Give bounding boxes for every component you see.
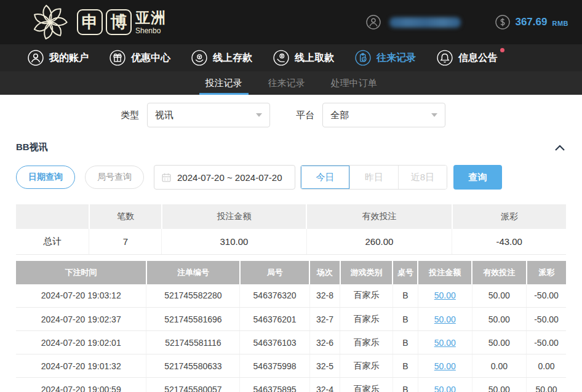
bet-amount-link[interactable]: 50.00 <box>434 361 456 371</box>
summary-valid-bet: 260.00 <box>306 229 452 254</box>
bet-amount-link[interactable]: 50.00 <box>434 338 456 348</box>
cell-bet-amount: 50.00 <box>418 354 472 378</box>
logo-char-shen: 申 <box>77 9 103 35</box>
username-blurred[interactable] <box>389 17 461 28</box>
collapse-section-button[interactable] <box>554 144 566 151</box>
nav-item-my-account[interactable]: 我的账户 <box>28 50 89 66</box>
cell-round-no: 546376103 <box>240 331 310 354</box>
summary-header-row: 笔数 投注金额 有效投注 派彩 <box>16 204 566 229</box>
nav-item-announcements[interactable]: 信息公告 <box>437 50 498 66</box>
yesterday-button[interactable]: 昨日 <box>349 166 398 189</box>
bet-records-table: 下注时间 注单编号 局号 场次 游戏类别 桌号 投注金额 有效投注 派彩 202… <box>16 261 566 392</box>
platform-filter-label: 平台 <box>296 110 314 121</box>
header-valid-bet: 有效投注 <box>472 261 527 284</box>
header-bet-time: 下注时间 <box>16 261 146 284</box>
search-button[interactable]: 查询 <box>453 165 502 190</box>
logo-region-text: 亚洲 <box>135 10 166 25</box>
round-query-button[interactable]: 局号查询 <box>85 166 144 189</box>
summary-table: 笔数 投注金额 有效投注 派彩 总计 7 310.00 260.00 -43.0… <box>16 204 566 255</box>
summary-header-blank <box>16 204 89 229</box>
today-button[interactable]: 今日 <box>301 166 349 189</box>
date-range-value: 2024-07-20 ~ 2024-07-20 <box>177 172 282 183</box>
cell-session: 32-4 <box>309 378 340 392</box>
cell-table-no: B <box>393 308 418 331</box>
calendar-icon <box>161 172 172 183</box>
cell-bet-amount: 50.00 <box>418 284 472 308</box>
cell-session: 32-6 <box>309 331 340 354</box>
date-range-input[interactable]: 2024-07-20 ~ 2024-07-20 <box>154 165 295 190</box>
nav-item-promotions[interactable]: 优惠中心 <box>110 50 170 66</box>
cell-round-no: 546376320 <box>240 284 310 308</box>
table-row: 2024-07-20 19:02:37521745581696546376201… <box>16 308 566 331</box>
tab-bet-records[interactable]: 投注记录 <box>199 71 249 95</box>
logo-char-bo: 博 <box>106 9 132 35</box>
summary-header-count: 笔数 <box>89 204 162 229</box>
cell-valid-bet: 50.00 <box>472 284 527 308</box>
header-round-no: 局号 <box>240 261 310 284</box>
chevron-down-icon <box>256 113 262 117</box>
nav-item-withdraw[interactable]: 线上取款 <box>273 50 334 66</box>
tab-processing-orders[interactable]: 处理中订单 <box>325 71 383 95</box>
filter-row: 类型 视讯 平台 全部 <box>121 103 582 127</box>
main-nav: 我的账户 优惠中心 线上存款 线上取款 往来记录 <box>0 44 582 71</box>
cell-session: 32-5 <box>309 354 340 378</box>
cell-round-no: 546375895 <box>240 378 310 392</box>
summary-header-bet-amount: 投注金额 <box>162 204 306 229</box>
nav-item-deposit[interactable]: 线上存款 <box>191 50 252 66</box>
header-session: 场次 <box>309 261 340 284</box>
cell-bet-time: 2024-07-20 19:02:37 <box>16 308 146 331</box>
cell-game-type: 百家乐 <box>340 354 393 378</box>
top-header: 申 博 亚洲 Shenbo 367.69 RMB <box>0 0 582 44</box>
cell-game-type: 百家乐 <box>340 331 393 354</box>
table-header-row: 下注时间 注单编号 局号 场次 游戏类别 桌号 投注金额 有效投注 派彩 <box>16 261 566 284</box>
platform-select-value: 全部 <box>330 110 349 121</box>
sub-tabs: 投注记录 往来记录 处理中订单 <box>0 71 582 95</box>
dollar-coin-icon <box>495 15 510 30</box>
cell-payout: -50.00 <box>527 284 566 308</box>
quick-date-group: 今日 昨日 近8日 <box>300 165 447 190</box>
cell-table-no: B <box>393 284 418 308</box>
cell-payout: 50.00 <box>527 378 566 392</box>
cell-order-no: 521745581116 <box>146 331 240 354</box>
nav-item-transaction-records[interactable]: 往来记录 <box>355 50 416 66</box>
summary-payout: -43.00 <box>452 229 566 254</box>
chevron-down-icon <box>431 113 437 117</box>
tab-transaction-records[interactable]: 往来记录 <box>262 71 311 95</box>
flower-logo-icon <box>31 3 69 41</box>
platform-select[interactable]: 全部 <box>322 103 445 127</box>
cell-round-no: 546376201 <box>240 308 310 331</box>
cell-session: 32-7 <box>309 308 340 331</box>
summary-header-valid-bet: 有效投注 <box>306 204 452 229</box>
section-title: BB视讯 <box>16 142 48 153</box>
cell-game-type: 百家乐 <box>340 308 393 331</box>
bet-amount-link[interactable]: 50.00 <box>434 314 456 324</box>
header-payout: 派彩 <box>527 261 566 284</box>
cell-bet-time: 2024-07-20 19:01:32 <box>16 354 146 378</box>
cell-order-no: 521745580633 <box>146 354 240 378</box>
deposit-icon <box>191 50 207 66</box>
bet-amount-link[interactable]: 50.00 <box>434 290 456 300</box>
gift-icon <box>110 50 126 66</box>
cell-order-no: 521745580057 <box>146 378 240 392</box>
cell-valid-bet: 50.00 <box>472 331 527 354</box>
type-filter-label: 类型 <box>121 110 139 121</box>
date-query-button[interactable]: 日期查询 <box>16 166 75 189</box>
summary-total-row: 总计 7 310.00 260.00 -43.00 <box>16 229 566 254</box>
cell-table-no: B <box>393 354 418 378</box>
withdraw-icon <box>273 50 289 66</box>
logo-en-text: Shenbo <box>135 27 166 34</box>
cell-payout: 0.00 <box>527 354 566 378</box>
summary-count: 7 <box>89 229 162 254</box>
user-avatar-icon <box>366 15 381 30</box>
summary-total-label: 总计 <box>16 229 89 254</box>
balance-amount: 367.69 <box>515 16 547 28</box>
header-table-no: 桌号 <box>393 261 418 284</box>
type-select[interactable]: 视讯 <box>147 103 270 127</box>
bet-amount-link[interactable]: 50.00 <box>434 385 456 392</box>
cell-order-no: 521745582280 <box>146 284 240 308</box>
balance-currency: RMB <box>552 17 568 27</box>
cell-round-no: 546375998 <box>240 354 310 378</box>
brand-logo[interactable]: 申 博 亚洲 Shenbo <box>31 3 166 41</box>
last-8-days-button[interactable]: 近8日 <box>398 166 447 189</box>
balance[interactable]: 367.69 RMB <box>495 15 568 30</box>
